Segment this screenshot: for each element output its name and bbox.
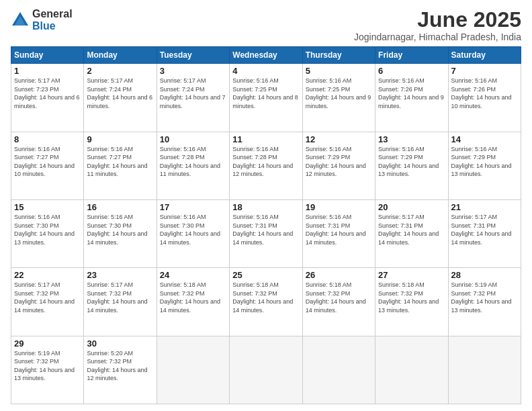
week-row-3: 15 Sunrise: 5:16 AMSunset: 7:30 PMDaylig… [11,199,521,267]
day-info: Sunrise: 5:16 AMSunset: 7:29 PMDaylight:… [451,145,518,179]
day-number: 30 [87,338,153,349]
day-cell: 25 Sunrise: 5:18 AMSunset: 7:32 PMDaylig… [230,268,302,336]
col-header-friday: Friday [375,47,448,64]
day-number: 24 [160,270,226,280]
day-cell: 14 Sunrise: 5:16 AMSunset: 7:29 PMDaylig… [448,132,521,199]
col-header-sunday: Sunday [11,47,84,64]
day-number: 9 [87,134,153,144]
day-number: 6 [378,66,445,76]
day-number: 23 [87,270,153,280]
day-cell: 30 Sunrise: 5:20 AMSunset: 7:32 PMDaylig… [84,336,157,404]
day-info: Sunrise: 5:16 AMSunset: 7:28 PMDaylight:… [160,145,226,179]
day-number: 7 [451,66,518,76]
header: General Blue June 2025 Jogindarnagar, Hi… [11,8,521,42]
day-info: Sunrise: 5:19 AMSunset: 7:32 PMDaylight:… [451,281,518,314]
day-info: Sunrise: 5:16 AMSunset: 7:26 PMDaylight:… [451,77,518,110]
day-info: Sunrise: 5:16 AMSunset: 7:25 PMDaylight:… [232,77,299,110]
day-info: Sunrise: 5:16 AMSunset: 7:31 PMDaylight:… [306,213,372,246]
week-row-1: 1 Sunrise: 5:17 AMSunset: 7:23 PMDayligh… [11,64,521,132]
calendar-header-row: SundayMondayTuesdayWednesdayThursdayFrid… [11,47,521,64]
col-header-saturday: Saturday [448,47,521,64]
day-cell: 3 Sunrise: 5:17 AMSunset: 7:24 PMDayligh… [157,64,229,132]
day-info: Sunrise: 5:16 AMSunset: 7:30 PMDaylight:… [87,213,153,246]
calendar-table: SundayMondayTuesdayWednesdayThursdayFrid… [11,46,521,404]
day-info: Sunrise: 5:17 AMSunset: 7:32 PMDaylight:… [14,281,81,314]
day-number: 1 [14,66,81,76]
day-number: 29 [14,338,81,349]
logo-icon [11,11,30,30]
week-row-2: 8 Sunrise: 5:16 AMSunset: 7:27 PMDayligh… [11,132,521,199]
day-cell [375,336,448,404]
col-header-monday: Monday [84,47,157,64]
day-info: Sunrise: 5:16 AMSunset: 7:26 PMDaylight:… [378,77,445,110]
day-info: Sunrise: 5:16 AMSunset: 7:29 PMDaylight:… [306,145,372,179]
day-info: Sunrise: 5:17 AMSunset: 7:24 PMDaylight:… [87,77,153,110]
day-number: 11 [232,134,299,144]
day-cell: 7 Sunrise: 5:16 AMSunset: 7:26 PMDayligh… [448,64,521,132]
day-info: Sunrise: 5:17 AMSunset: 7:31 PMDaylight:… [378,213,445,246]
logo-general-text: General [32,8,73,20]
day-number: 17 [160,202,226,212]
day-cell [157,336,229,404]
day-cell: 20 Sunrise: 5:17 AMSunset: 7:31 PMDaylig… [375,199,448,267]
logo-blue-text: Blue [32,20,73,32]
day-cell: 2 Sunrise: 5:17 AMSunset: 7:24 PMDayligh… [84,64,157,132]
day-number: 20 [378,202,445,212]
day-number: 21 [451,202,518,212]
day-cell: 15 Sunrise: 5:16 AMSunset: 7:30 PMDaylig… [11,199,84,267]
day-number: 25 [232,270,299,280]
logo: General Blue [11,8,73,32]
day-info: Sunrise: 5:17 AMSunset: 7:24 PMDaylight:… [160,77,226,110]
day-number: 27 [378,270,445,280]
day-number: 13 [378,134,445,144]
day-cell: 6 Sunrise: 5:16 AMSunset: 7:26 PMDayligh… [375,64,448,132]
day-cell: 23 Sunrise: 5:17 AMSunset: 7:32 PMDaylig… [84,268,157,336]
day-info: Sunrise: 5:17 AMSunset: 7:31 PMDaylight:… [451,213,518,246]
day-info: Sunrise: 5:16 AMSunset: 7:29 PMDaylight:… [378,145,445,179]
day-number: 10 [160,134,226,144]
day-cell [448,336,521,404]
day-cell [230,336,302,404]
day-cell: 5 Sunrise: 5:16 AMSunset: 7:25 PMDayligh… [302,64,375,132]
day-number: 3 [160,66,226,76]
day-number: 19 [306,202,372,212]
day-number: 2 [87,66,153,76]
day-cell: 21 Sunrise: 5:17 AMSunset: 7:31 PMDaylig… [448,199,521,267]
day-number: 15 [14,202,81,212]
day-cell: 10 Sunrise: 5:16 AMSunset: 7:28 PMDaylig… [157,132,229,199]
day-cell: 11 Sunrise: 5:16 AMSunset: 7:28 PMDaylig… [230,132,302,199]
day-number: 22 [14,270,81,280]
day-cell: 26 Sunrise: 5:18 AMSunset: 7:32 PMDaylig… [302,268,375,336]
day-number: 5 [306,66,372,76]
col-header-wednesday: Wednesday [230,47,302,64]
day-info: Sunrise: 5:16 AMSunset: 7:30 PMDaylight:… [160,213,226,246]
day-cell: 17 Sunrise: 5:16 AMSunset: 7:30 PMDaylig… [157,199,229,267]
day-info: Sunrise: 5:18 AMSunset: 7:32 PMDaylight:… [160,281,226,314]
calendar-title: June 2025 [354,8,521,32]
day-info: Sunrise: 5:17 AMSunset: 7:32 PMDaylight:… [87,281,153,314]
col-header-tuesday: Tuesday [157,47,229,64]
week-row-5: 29 Sunrise: 5:19 AMSunset: 7:32 PMDaylig… [11,336,521,404]
day-info: Sunrise: 5:18 AMSunset: 7:32 PMDaylight:… [306,281,372,314]
calendar-location: Jogindarnagar, Himachal Pradesh, India [354,32,521,42]
day-info: Sunrise: 5:16 AMSunset: 7:27 PMDaylight:… [87,145,153,179]
day-cell: 16 Sunrise: 5:16 AMSunset: 7:30 PMDaylig… [84,199,157,267]
day-info: Sunrise: 5:16 AMSunset: 7:25 PMDaylight:… [306,77,372,110]
title-block: June 2025 Jogindarnagar, Himachal Prades… [354,8,521,42]
day-info: Sunrise: 5:18 AMSunset: 7:32 PMDaylight:… [232,281,299,314]
day-cell: 22 Sunrise: 5:17 AMSunset: 7:32 PMDaylig… [11,268,84,336]
day-info: Sunrise: 5:16 AMSunset: 7:27 PMDaylight:… [14,145,81,179]
day-cell: 24 Sunrise: 5:18 AMSunset: 7:32 PMDaylig… [157,268,229,336]
day-cell: 18 Sunrise: 5:16 AMSunset: 7:31 PMDaylig… [230,199,302,267]
col-header-thursday: Thursday [302,47,375,64]
day-cell: 4 Sunrise: 5:16 AMSunset: 7:25 PMDayligh… [230,64,302,132]
day-cell: 1 Sunrise: 5:17 AMSunset: 7:23 PMDayligh… [11,64,84,132]
day-info: Sunrise: 5:20 AMSunset: 7:32 PMDaylight:… [87,349,153,383]
day-cell: 27 Sunrise: 5:18 AMSunset: 7:32 PMDaylig… [375,268,448,336]
day-cell: 9 Sunrise: 5:16 AMSunset: 7:27 PMDayligh… [84,132,157,199]
day-info: Sunrise: 5:16 AMSunset: 7:28 PMDaylight:… [232,145,299,179]
day-cell: 12 Sunrise: 5:16 AMSunset: 7:29 PMDaylig… [302,132,375,199]
day-info: Sunrise: 5:16 AMSunset: 7:31 PMDaylight:… [232,213,299,246]
week-row-4: 22 Sunrise: 5:17 AMSunset: 7:32 PMDaylig… [11,268,521,336]
day-cell: 28 Sunrise: 5:19 AMSunset: 7:32 PMDaylig… [448,268,521,336]
